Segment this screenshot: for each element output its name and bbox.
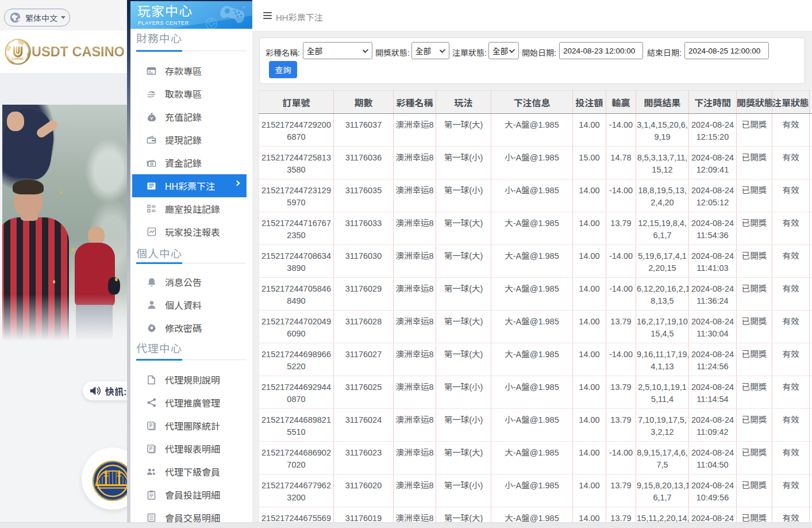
svg-text:CASINO: CASINO [12, 58, 24, 60]
